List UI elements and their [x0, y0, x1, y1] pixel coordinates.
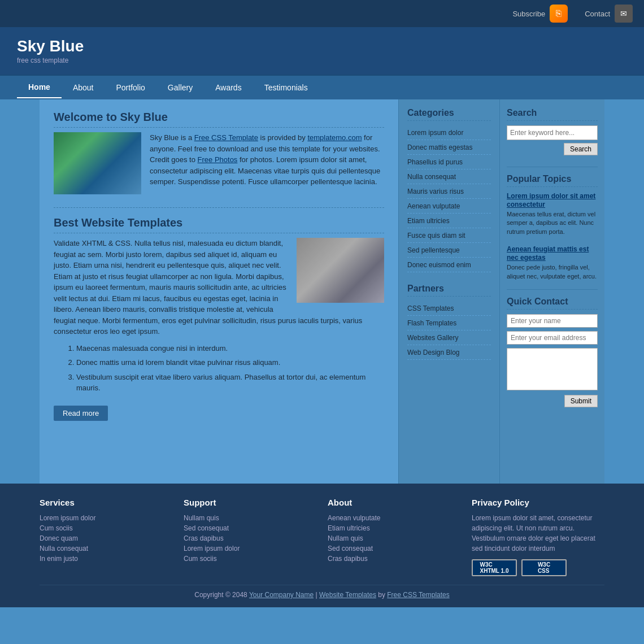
footer-list-item: In enim justo	[40, 554, 172, 564]
welcome-image	[54, 132, 141, 194]
quick-contact-name[interactable]	[507, 314, 598, 328]
nav-item-home[interactable]: Home	[17, 77, 62, 98]
partner-item[interactable]: CSS Templates	[407, 301, 491, 316]
read-more-button[interactable]: Read more	[54, 406, 108, 421]
partner-item[interactable]: Web Design Blog	[407, 345, 491, 360]
topic-link-2[interactable]: Aenean feugiat mattis est nec egestas	[507, 245, 589, 262]
footer-list-item: Etiam ultricies	[328, 523, 460, 533]
welcome-title: Welcome to Sky Blue	[54, 111, 384, 128]
footer-list-item: Nullam quis	[184, 513, 316, 523]
category-item[interactable]: Sed pellentesque	[407, 243, 491, 258]
free-css-template-link[interactable]: Free CSS Template	[194, 133, 258, 142]
copyright-mid: |	[314, 591, 319, 599]
category-item[interactable]: Fusce quis diam sit	[407, 228, 491, 243]
cat-link-5[interactable]: Mauris varius risus	[407, 188, 464, 195]
nav-item-portfolio[interactable]: Portfolio	[105, 77, 156, 98]
badge-xhtml: W3CXHTML 1.0	[472, 559, 517, 576]
footer-services: Services Lorem ipsum dolor Cum sociis Do…	[40, 498, 172, 576]
header: Sky Blue free css template	[0, 27, 644, 75]
nav-item-testimonials[interactable]: Testimonials	[253, 77, 319, 98]
partners-list: CSS Templates Flash Templates Websites G…	[407, 301, 491, 360]
cat-link-7[interactable]: Etiam ultricies	[407, 217, 450, 225]
contact-label: Contact	[585, 10, 610, 18]
category-item[interactable]: Mauris varius risus	[407, 184, 491, 199]
footer-privacy-title: Privacy Policy	[472, 498, 604, 507]
templatemo-link[interactable]: templatemo.com	[307, 133, 362, 142]
footer-list-item: Donec quam	[40, 533, 172, 543]
subscribe-icon[interactable]: ⎘	[550, 5, 568, 23]
footer-list-item: Lorem ipsum dolor	[184, 543, 316, 554]
category-item[interactable]: Donec euismod enim	[407, 258, 491, 272]
badge-css: W3CCSS	[521, 559, 567, 576]
footer-list-item: Cras dapibus	[184, 533, 316, 543]
cat-link-4[interactable]: Nulla consequat	[407, 173, 456, 181]
popular-topics-title: Popular Topics	[507, 174, 598, 187]
nav-item-awards[interactable]: Awards	[204, 77, 253, 98]
badge-css-label: W3CCSS	[538, 562, 550, 574]
footer-list-item: Nullam quis	[328, 533, 460, 543]
cat-link-10[interactable]: Donec euismod enim	[407, 261, 471, 269]
content-area: Welcome to Sky Blue Sky Blue is a Free C…	[40, 99, 398, 484]
website-templates-link[interactable]: Website Templates	[319, 591, 376, 599]
category-item[interactable]: Lorem ipsum dolor	[407, 125, 491, 140]
sidebar-right: Search Search Popular Topics Lorem ipsum…	[500, 99, 604, 484]
cat-link-9[interactable]: Sed pellentesque	[407, 246, 460, 254]
footer-badges: W3CXHTML 1.0 W3CCSS	[472, 559, 604, 576]
nav-item-gallery[interactable]: Gallery	[156, 77, 204, 98]
footer-support-title: Support	[184, 498, 316, 507]
partner-item[interactable]: Flash Templates	[407, 316, 491, 330]
footer-bottom: Copyright © 2048 Your Company Name | Web…	[40, 585, 604, 599]
footer-support: Support Nullam quis Sed consequat Cras d…	[184, 498, 316, 576]
topic-body-1: Maecenas tellus erat, dictum vel semper …	[507, 210, 598, 236]
cat-link-2[interactable]: Donec mattis egestas	[407, 143, 472, 151]
partner-link-3[interactable]: Websites Gallery	[407, 334, 458, 342]
welcome-text1: Sky Blue is a	[150, 133, 194, 142]
partner-link-1[interactable]: CSS Templates	[407, 304, 454, 312]
quick-contact-message[interactable]	[507, 348, 598, 390]
search-input[interactable]	[507, 125, 598, 140]
partner-item[interactable]: Websites Gallery	[407, 330, 491, 345]
free-css-templates-link[interactable]: Free CSS Templates	[387, 591, 450, 599]
category-item[interactable]: Etiam ultricies	[407, 214, 491, 228]
topic-item-2: Aenean feugiat mattis est nec egestas Do…	[507, 245, 598, 281]
copyright-company-link[interactable]: Your Company Name	[249, 591, 314, 599]
category-item[interactable]: Aenean vulputate	[407, 199, 491, 214]
contact-item[interactable]: Contact ✉	[585, 5, 633, 23]
partner-link-2[interactable]: Flash Templates	[407, 319, 456, 327]
footer-services-title: Services	[40, 498, 172, 507]
cat-link-6[interactable]: Aenean vulputate	[407, 202, 460, 210]
cat-link-1[interactable]: Lorem ipsum dolor	[407, 129, 463, 137]
search-button[interactable]: Search	[564, 143, 598, 155]
best-templates-list: Maecenas malesuada congue nisi in interd…	[76, 343, 384, 394]
footer-list-item: Sed consequat	[184, 523, 316, 533]
contact-icon[interactable]: ✉	[615, 5, 633, 23]
footer-about-title: About	[328, 498, 460, 507]
topic-link-1[interactable]: Lorem ipsum dolor sit amet consectetur	[507, 192, 595, 208]
footer-about: About Aenean vulputate Etiam ultricies N…	[328, 498, 460, 576]
quick-contact-email[interactable]	[507, 331, 598, 345]
right-divider-2	[507, 289, 598, 290]
main-nav: Home About Portfolio Gallery Awards Test…	[0, 75, 644, 99]
footer-about-list: Aenean vulputate Etiam ultricies Nullam …	[328, 513, 460, 564]
list-item-1: Maecenas malesuada congue nisi in interd…	[76, 343, 384, 354]
category-item[interactable]: Phasellus id purus	[407, 155, 491, 169]
cat-link-3[interactable]: Phasellus id purus	[407, 158, 463, 166]
copyright-text: Copyright © 2048	[194, 591, 249, 599]
category-item[interactable]: Donec mattis egestas	[407, 140, 491, 155]
free-photos-link[interactable]: Free Photos	[198, 155, 238, 164]
best-templates-image	[297, 238, 384, 303]
partner-link-4[interactable]: Web Design Blog	[407, 349, 460, 356]
topbar: Subscribe ⎘ Contact ✉	[0, 0, 644, 27]
quick-contact-title: Quick Contact	[507, 297, 598, 310]
best-templates-section: Best Website Templates Validate XHTML & …	[54, 216, 384, 421]
quick-contact-submit[interactable]: Submit	[564, 395, 598, 407]
nav-item-about[interactable]: About	[62, 77, 105, 98]
sidebar-middle: Categories Lorem ipsum dolor Donec matti…	[398, 99, 500, 484]
copyright-by: by	[376, 591, 387, 599]
footer-privacy: Privacy Policy Lorem ipsum dolor sit ame…	[472, 498, 604, 576]
cat-link-8[interactable]: Fusce quis diam sit	[407, 232, 465, 240]
subscribe-item[interactable]: Subscribe ⎘	[512, 5, 568, 23]
footer-support-list: Nullam quis Sed consequat Cras dapibus L…	[184, 513, 316, 564]
list-item-3: Vestibulum suscipit erat vitae libero va…	[76, 372, 384, 394]
category-item[interactable]: Nulla consequat	[407, 169, 491, 184]
